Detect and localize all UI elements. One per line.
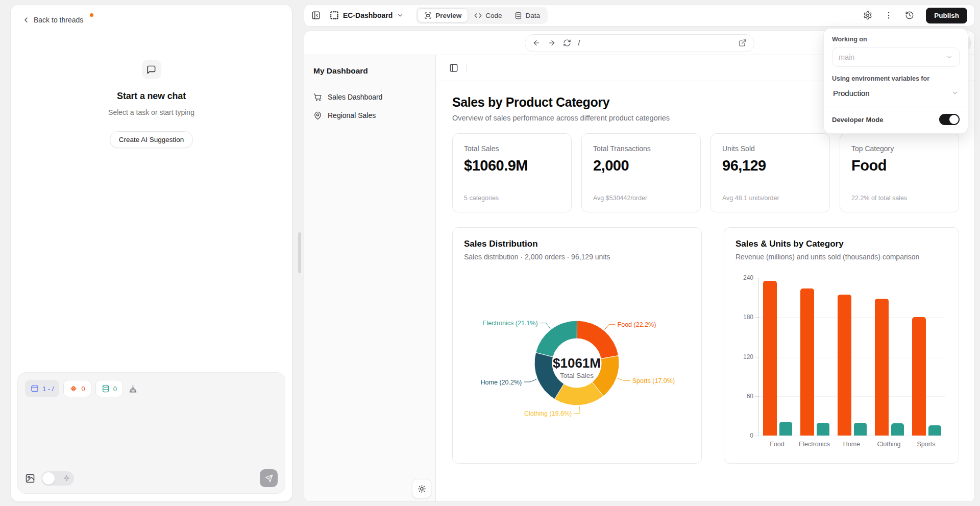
sales-units-card: Sales & Units by Category Revenue (milli… xyxy=(724,227,959,464)
developer-mode-toggle[interactable] xyxy=(939,114,960,125)
notification-dot xyxy=(90,13,93,17)
popover-divider xyxy=(824,107,968,107)
back-to-threads-label: Back to threads xyxy=(34,16,83,24)
branch-value: main xyxy=(839,53,854,61)
fullscreen-icon xyxy=(424,12,432,19)
components-count: 0 xyxy=(81,385,85,393)
external-link-icon[interactable] xyxy=(739,39,747,47)
developer-mode-label: Developer Mode xyxy=(832,116,883,124)
stats-row: Total Sales $1060.9M 5 categories Total … xyxy=(452,133,959,212)
create-ai-suggestion-button[interactable]: Create AI Suggestion xyxy=(110,131,193,148)
env-vars-label: Using environment variables for xyxy=(832,75,960,82)
working-on-label: Working on xyxy=(832,36,960,43)
sidebar-trigger-icon[interactable] xyxy=(449,63,458,73)
components-badge[interactable]: 0 xyxy=(63,380,91,397)
history-icon[interactable] xyxy=(905,11,914,20)
theme-toggle-button[interactable] xyxy=(412,479,431,498)
tab-code-label: Code xyxy=(485,12,502,19)
environment-value: Production xyxy=(833,89,870,98)
stat-value: 2,000 xyxy=(593,157,689,174)
chart-subtitle: Revenue (millions) and units sold (thous… xyxy=(736,253,947,261)
chart-title: Sales Distribution xyxy=(464,239,690,249)
tab-data-label: Data xyxy=(526,12,541,19)
chevron-down-icon xyxy=(951,89,959,97)
topbar-actions: Publish xyxy=(863,8,967,23)
stat-value: Food xyxy=(851,157,947,174)
ai-mode-toggle[interactable] xyxy=(41,471,74,486)
stat-card-top-category: Top Category Food 22.2% of total sales xyxy=(840,133,959,212)
publish-button[interactable]: Publish xyxy=(926,8,967,23)
stat-card-total-sales: Total Sales $1060.9M 5 categories xyxy=(452,133,572,212)
address-bar[interactable]: / xyxy=(525,34,754,52)
bar-chart: 060120180240FoodElectronicsHomeClothingS… xyxy=(724,228,960,464)
left-panel-scrollbar[interactable] xyxy=(298,232,301,273)
svg-text:$1061M: $1061M xyxy=(553,355,601,371)
url-path[interactable]: / xyxy=(578,39,580,47)
tab-preview[interactable]: Preview xyxy=(418,8,468,22)
refresh-icon[interactable] xyxy=(563,39,571,47)
chat-composer[interactable]: 1 - / 0 0 xyxy=(17,372,285,494)
pages-badge[interactable]: 1 - / xyxy=(25,380,59,397)
branch-select[interactable]: main xyxy=(832,47,960,67)
header-separator xyxy=(466,63,467,73)
more-vertical-icon[interactable] xyxy=(884,11,893,20)
svg-text:Total Sales: Total Sales xyxy=(560,372,594,379)
svg-text:Food (22.2%): Food (22.2%) xyxy=(618,321,656,328)
stat-value: $1060.9M xyxy=(464,157,560,174)
environment-popover: Working on main Using environment variab… xyxy=(823,28,968,134)
tab-code[interactable]: Code xyxy=(468,8,508,22)
charts-row: Sales Distribution Sales distribution · … xyxy=(452,227,959,464)
code-icon xyxy=(474,12,482,19)
back-to-threads-link[interactable]: Back to threads xyxy=(22,16,83,24)
chevron-left-icon xyxy=(22,16,30,24)
toggle-knob xyxy=(42,472,55,485)
project-switcher[interactable]: EC-Dashboard xyxy=(330,11,404,20)
composer-badges: 1 - / 0 0 xyxy=(25,380,138,397)
sidebar-item-regional-sales[interactable]: Regional Sales xyxy=(313,110,426,121)
tab-data[interactable]: Data xyxy=(508,8,547,22)
sidebar-item-sales-dashboard[interactable]: Sales Dashboard xyxy=(313,91,426,103)
stat-sub: Avg 48.1 units/order xyxy=(722,195,779,202)
stat-value: 96,129 xyxy=(722,157,818,174)
sales-distribution-card: Sales Distribution Sales distribution · … xyxy=(452,227,702,464)
environment-select[interactable]: Production xyxy=(832,84,960,102)
image-attach-icon[interactable] xyxy=(25,473,35,484)
box-select-icon xyxy=(330,11,339,20)
composer-toolbar xyxy=(25,469,278,487)
toggle-knob xyxy=(949,115,959,124)
svg-text:Sports (17.0%): Sports (17.0%) xyxy=(632,377,675,384)
chat-empty-subtitle: Select a task or start typing xyxy=(11,108,292,116)
nav-back-icon[interactable] xyxy=(532,39,541,47)
map-pin-icon xyxy=(313,111,322,120)
chevron-down-icon xyxy=(946,54,953,61)
database-icon xyxy=(102,384,110,393)
stat-card-units-sold: Units Sold 96,129 Avg 48.1 units/order xyxy=(710,133,830,212)
message-square-icon xyxy=(142,60,161,79)
data-count: 0 xyxy=(113,385,117,393)
svg-text:Clothing (19.6%): Clothing (19.6%) xyxy=(524,410,572,417)
data-badge[interactable]: 0 xyxy=(95,380,123,397)
sidebar-item-label: Regional Sales xyxy=(328,111,376,119)
dashboard-sidebar: My Dashboard Sales Dashboard Regional Sa… xyxy=(304,55,436,502)
svg-text:Home (20.2%): Home (20.2%) xyxy=(481,379,522,386)
app-window-icon xyxy=(31,384,39,393)
component-icon xyxy=(69,384,78,393)
nav-forward-icon[interactable] xyxy=(548,39,556,47)
tab-preview-label: Preview xyxy=(435,12,461,19)
shopping-cart-icon xyxy=(313,93,322,102)
panel-left-icon[interactable] xyxy=(311,11,321,20)
chat-empty-state: Start a new chat Select a task or start … xyxy=(11,60,292,148)
chart-subtitle: Sales distribution · 2,000 orders · 96,1… xyxy=(464,253,690,261)
chat-panel: Back to threads Start a new chat Select … xyxy=(10,4,292,502)
workspace-topbar: EC-Dashboard Preview Code Data Publish xyxy=(304,4,975,27)
chart-title: Sales & Units by Category xyxy=(736,239,947,249)
svg-text:Electronics (21.1%): Electronics (21.1%) xyxy=(482,320,537,327)
send-button[interactable] xyxy=(260,469,278,487)
stat-label: Top Category xyxy=(851,144,947,153)
dashboard-sidebar-title: My Dashboard xyxy=(313,66,426,76)
stat-label: Total Transactions xyxy=(593,144,689,153)
broom-icon[interactable] xyxy=(128,384,138,394)
settings-gear-icon[interactable] xyxy=(863,11,872,20)
stat-sub: 22.2% of total sales xyxy=(851,195,907,202)
stat-label: Units Sold xyxy=(722,144,818,153)
